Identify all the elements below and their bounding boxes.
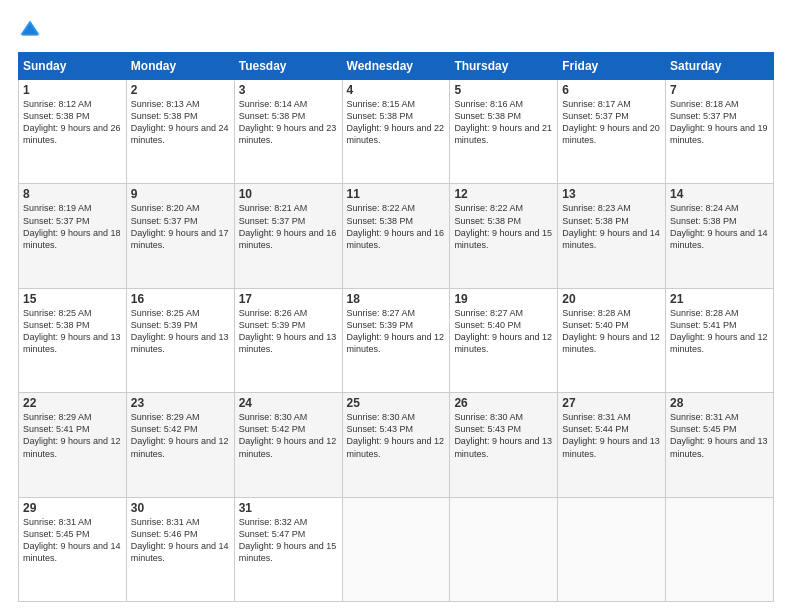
calendar-cell: 17Sunrise: 8:26 AMSunset: 5:39 PMDayligh… xyxy=(234,288,342,392)
day-info: Sunrise: 8:31 AMSunset: 5:45 PMDaylight:… xyxy=(23,516,122,565)
calendar-cell: 4Sunrise: 8:15 AMSunset: 5:38 PMDaylight… xyxy=(342,80,450,184)
day-info: Sunrise: 8:28 AMSunset: 5:40 PMDaylight:… xyxy=(562,307,661,356)
day-number: 30 xyxy=(131,501,230,515)
day-info: Sunrise: 8:29 AMSunset: 5:41 PMDaylight:… xyxy=(23,411,122,460)
day-number: 17 xyxy=(239,292,338,306)
day-number: 6 xyxy=(562,83,661,97)
day-number: 20 xyxy=(562,292,661,306)
day-number: 10 xyxy=(239,187,338,201)
calendar-cell: 25Sunrise: 8:30 AMSunset: 5:43 PMDayligh… xyxy=(342,393,450,497)
day-info: Sunrise: 8:13 AMSunset: 5:38 PMDaylight:… xyxy=(131,98,230,147)
day-info: Sunrise: 8:26 AMSunset: 5:39 PMDaylight:… xyxy=(239,307,338,356)
calendar-table: SundayMondayTuesdayWednesdayThursdayFrid… xyxy=(18,52,774,602)
day-number: 23 xyxy=(131,396,230,410)
day-info: Sunrise: 8:30 AMSunset: 5:42 PMDaylight:… xyxy=(239,411,338,460)
calendar-cell: 13Sunrise: 8:23 AMSunset: 5:38 PMDayligh… xyxy=(558,184,666,288)
day-info: Sunrise: 8:14 AMSunset: 5:38 PMDaylight:… xyxy=(239,98,338,147)
calendar-cell xyxy=(450,497,558,601)
day-number: 27 xyxy=(562,396,661,410)
calendar-cell: 9Sunrise: 8:20 AMSunset: 5:37 PMDaylight… xyxy=(126,184,234,288)
calendar-cell: 15Sunrise: 8:25 AMSunset: 5:38 PMDayligh… xyxy=(19,288,127,392)
calendar-cell: 16Sunrise: 8:25 AMSunset: 5:39 PMDayligh… xyxy=(126,288,234,392)
day-info: Sunrise: 8:16 AMSunset: 5:38 PMDaylight:… xyxy=(454,98,553,147)
calendar-cell: 24Sunrise: 8:30 AMSunset: 5:42 PMDayligh… xyxy=(234,393,342,497)
calendar-cell: 14Sunrise: 8:24 AMSunset: 5:38 PMDayligh… xyxy=(666,184,774,288)
page: SundayMondayTuesdayWednesdayThursdayFrid… xyxy=(0,0,792,612)
calendar-week-row: 1Sunrise: 8:12 AMSunset: 5:38 PMDaylight… xyxy=(19,80,774,184)
day-info: Sunrise: 8:18 AMSunset: 5:37 PMDaylight:… xyxy=(670,98,769,147)
calendar-cell xyxy=(666,497,774,601)
day-info: Sunrise: 8:27 AMSunset: 5:39 PMDaylight:… xyxy=(347,307,446,356)
calendar-cell: 31Sunrise: 8:32 AMSunset: 5:47 PMDayligh… xyxy=(234,497,342,601)
calendar-cell xyxy=(342,497,450,601)
calendar-cell: 8Sunrise: 8:19 AMSunset: 5:37 PMDaylight… xyxy=(19,184,127,288)
day-number: 29 xyxy=(23,501,122,515)
calendar-cell: 22Sunrise: 8:29 AMSunset: 5:41 PMDayligh… xyxy=(19,393,127,497)
calendar-header-wednesday: Wednesday xyxy=(342,53,450,80)
calendar-header-row: SundayMondayTuesdayWednesdayThursdayFrid… xyxy=(19,53,774,80)
calendar-cell: 6Sunrise: 8:17 AMSunset: 5:37 PMDaylight… xyxy=(558,80,666,184)
day-number: 12 xyxy=(454,187,553,201)
day-number: 18 xyxy=(347,292,446,306)
day-number: 7 xyxy=(670,83,769,97)
day-info: Sunrise: 8:31 AMSunset: 5:46 PMDaylight:… xyxy=(131,516,230,565)
calendar-cell: 27Sunrise: 8:31 AMSunset: 5:44 PMDayligh… xyxy=(558,393,666,497)
day-info: Sunrise: 8:20 AMSunset: 5:37 PMDaylight:… xyxy=(131,202,230,251)
calendar-cell: 2Sunrise: 8:13 AMSunset: 5:38 PMDaylight… xyxy=(126,80,234,184)
day-number: 22 xyxy=(23,396,122,410)
day-number: 1 xyxy=(23,83,122,97)
day-info: Sunrise: 8:21 AMSunset: 5:37 PMDaylight:… xyxy=(239,202,338,251)
calendar-header-saturday: Saturday xyxy=(666,53,774,80)
calendar-week-row: 15Sunrise: 8:25 AMSunset: 5:38 PMDayligh… xyxy=(19,288,774,392)
day-number: 28 xyxy=(670,396,769,410)
day-number: 25 xyxy=(347,396,446,410)
calendar-week-row: 29Sunrise: 8:31 AMSunset: 5:45 PMDayligh… xyxy=(19,497,774,601)
day-number: 24 xyxy=(239,396,338,410)
calendar-cell: 18Sunrise: 8:27 AMSunset: 5:39 PMDayligh… xyxy=(342,288,450,392)
day-info: Sunrise: 8:15 AMSunset: 5:38 PMDaylight:… xyxy=(347,98,446,147)
day-info: Sunrise: 8:24 AMSunset: 5:38 PMDaylight:… xyxy=(670,202,769,251)
day-info: Sunrise: 8:12 AMSunset: 5:38 PMDaylight:… xyxy=(23,98,122,147)
day-info: Sunrise: 8:32 AMSunset: 5:47 PMDaylight:… xyxy=(239,516,338,565)
logo-icon xyxy=(18,18,42,42)
day-number: 26 xyxy=(454,396,553,410)
day-info: Sunrise: 8:22 AMSunset: 5:38 PMDaylight:… xyxy=(347,202,446,251)
header xyxy=(18,18,774,42)
day-number: 4 xyxy=(347,83,446,97)
day-info: Sunrise: 8:19 AMSunset: 5:37 PMDaylight:… xyxy=(23,202,122,251)
day-info: Sunrise: 8:25 AMSunset: 5:39 PMDaylight:… xyxy=(131,307,230,356)
calendar-header-friday: Friday xyxy=(558,53,666,80)
day-info: Sunrise: 8:30 AMSunset: 5:43 PMDaylight:… xyxy=(347,411,446,460)
calendar-cell: 1Sunrise: 8:12 AMSunset: 5:38 PMDaylight… xyxy=(19,80,127,184)
day-info: Sunrise: 8:29 AMSunset: 5:42 PMDaylight:… xyxy=(131,411,230,460)
day-info: Sunrise: 8:31 AMSunset: 5:45 PMDaylight:… xyxy=(670,411,769,460)
calendar-cell xyxy=(558,497,666,601)
calendar-cell: 3Sunrise: 8:14 AMSunset: 5:38 PMDaylight… xyxy=(234,80,342,184)
day-number: 14 xyxy=(670,187,769,201)
day-number: 8 xyxy=(23,187,122,201)
day-number: 19 xyxy=(454,292,553,306)
calendar-week-row: 22Sunrise: 8:29 AMSunset: 5:41 PMDayligh… xyxy=(19,393,774,497)
day-info: Sunrise: 8:28 AMSunset: 5:41 PMDaylight:… xyxy=(670,307,769,356)
calendar-cell: 10Sunrise: 8:21 AMSunset: 5:37 PMDayligh… xyxy=(234,184,342,288)
day-info: Sunrise: 8:22 AMSunset: 5:38 PMDaylight:… xyxy=(454,202,553,251)
calendar-cell: 20Sunrise: 8:28 AMSunset: 5:40 PMDayligh… xyxy=(558,288,666,392)
calendar-cell: 21Sunrise: 8:28 AMSunset: 5:41 PMDayligh… xyxy=(666,288,774,392)
day-number: 16 xyxy=(131,292,230,306)
calendar-week-row: 8Sunrise: 8:19 AMSunset: 5:37 PMDaylight… xyxy=(19,184,774,288)
day-number: 11 xyxy=(347,187,446,201)
calendar-cell: 11Sunrise: 8:22 AMSunset: 5:38 PMDayligh… xyxy=(342,184,450,288)
day-number: 31 xyxy=(239,501,338,515)
calendar-cell: 5Sunrise: 8:16 AMSunset: 5:38 PMDaylight… xyxy=(450,80,558,184)
calendar-cell: 23Sunrise: 8:29 AMSunset: 5:42 PMDayligh… xyxy=(126,393,234,497)
day-number: 2 xyxy=(131,83,230,97)
calendar-cell: 7Sunrise: 8:18 AMSunset: 5:37 PMDaylight… xyxy=(666,80,774,184)
day-number: 5 xyxy=(454,83,553,97)
calendar-header-sunday: Sunday xyxy=(19,53,127,80)
day-number: 9 xyxy=(131,187,230,201)
day-number: 13 xyxy=(562,187,661,201)
day-info: Sunrise: 8:23 AMSunset: 5:38 PMDaylight:… xyxy=(562,202,661,251)
day-number: 3 xyxy=(239,83,338,97)
logo xyxy=(18,18,46,42)
calendar-cell: 19Sunrise: 8:27 AMSunset: 5:40 PMDayligh… xyxy=(450,288,558,392)
